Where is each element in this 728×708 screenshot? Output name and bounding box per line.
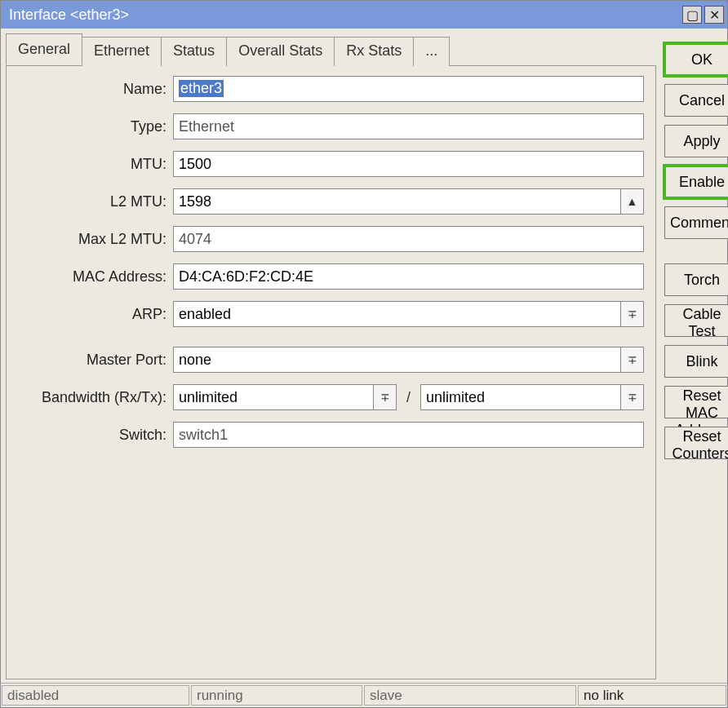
enable-button[interactable]: Enable <box>664 166 728 198</box>
maxl2mtu-input <box>173 226 644 252</box>
reset-counters-button[interactable]: Reset Counters <box>664 427 728 459</box>
tab-general[interactable]: General <box>6 33 82 65</box>
bandwidth-rx-input[interactable] <box>173 384 374 410</box>
tab-more[interactable]: ... <box>413 37 450 66</box>
client-area: General Ethernet Status Overall Stats Rx… <box>1 29 727 683</box>
master-port-label: Master Port: <box>18 352 173 369</box>
status-bar: disabled running slave no link <box>1 683 727 707</box>
switch-label: Switch: <box>18 427 173 444</box>
bandwidth-tx-input[interactable] <box>420 384 621 410</box>
cancel-button[interactable]: Cancel <box>664 84 728 117</box>
right-button-panel: OK Cancel Apply Enable Comment Torch Cab… <box>664 33 728 679</box>
ok-button[interactable]: OK <box>664 43 728 76</box>
comment-button[interactable]: Comment <box>664 206 728 239</box>
tab-content-general: Name: ether3 Type: MTU: <box>6 65 656 679</box>
minimize-button[interactable]: ▢ <box>682 6 702 24</box>
reset-mac-button[interactable]: Reset MAC Address <box>664 386 728 418</box>
arp-input[interactable] <box>173 301 621 327</box>
close-button[interactable]: ✕ <box>704 6 724 24</box>
type-label: Type: <box>18 118 173 135</box>
arp-dropdown-icon[interactable]: ∓ <box>621 301 644 327</box>
l2mtu-label: L2 MTU: <box>18 193 173 210</box>
name-input[interactable]: ether3 <box>173 76 644 102</box>
mtu-label: MTU: <box>18 156 173 173</box>
bandwidth-tx-dropdown-icon[interactable]: ∓ <box>621 384 644 410</box>
tab-status[interactable]: Status <box>161 37 227 66</box>
blink-button[interactable]: Blink <box>664 345 728 378</box>
window-title: Interface <ether3> <box>9 7 680 24</box>
arp-label: ARP: <box>18 306 173 323</box>
bandwidth-separator: / <box>402 389 415 406</box>
name-label: Name: <box>18 81 173 98</box>
switch-input <box>173 422 644 448</box>
left-pane: General Ethernet Status Overall Stats Rx… <box>6 33 656 679</box>
name-value-selected: ether3 <box>179 80 224 97</box>
tab-overall-stats[interactable]: Overall Stats <box>226 37 335 66</box>
status-slave: slave <box>364 685 576 706</box>
bandwidth-rx-dropdown-icon[interactable]: ∓ <box>374 384 397 410</box>
tab-ethernet[interactable]: Ethernet <box>82 37 162 66</box>
tab-rx-stats[interactable]: Rx Stats <box>334 37 414 66</box>
status-nolink: no link <box>578 685 726 706</box>
mac-input[interactable] <box>173 263 644 290</box>
l2mtu-spinner[interactable]: ▲ <box>621 188 644 215</box>
type-input <box>173 113 644 139</box>
torch-button[interactable]: Torch <box>664 263 728 296</box>
l2mtu-input[interactable] <box>173 188 621 215</box>
cable-test-button[interactable]: Cable Test <box>664 304 728 337</box>
bandwidth-label: Bandwidth (Rx/Tx): <box>18 389 173 406</box>
status-disabled: disabled <box>2 685 189 706</box>
apply-button[interactable]: Apply <box>664 125 728 157</box>
master-port-dropdown-icon[interactable]: ∓ <box>621 347 644 373</box>
titlebar: Interface <ether3> ▢ ✕ <box>1 1 727 29</box>
mtu-input[interactable] <box>173 151 644 177</box>
mac-label: MAC Address: <box>18 268 173 285</box>
interface-dialog: Interface <ether3> ▢ ✕ General Ethernet … <box>0 0 728 708</box>
tab-bar: General Ethernet Status Overall Stats Rx… <box>6 33 656 65</box>
maxl2mtu-label: Max L2 MTU: <box>18 231 173 248</box>
status-running: running <box>191 685 362 706</box>
master-port-input[interactable] <box>173 347 621 373</box>
